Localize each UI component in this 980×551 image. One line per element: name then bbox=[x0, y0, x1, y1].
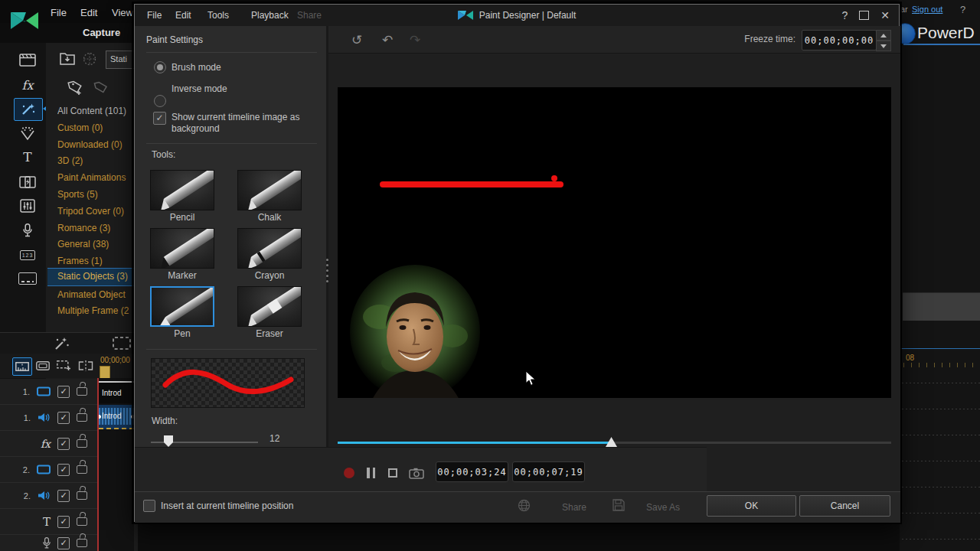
category-3d[interactable]: 3D (2) bbox=[57, 153, 134, 168]
category-paint-animations[interactable]: Paint Animations bbox=[57, 170, 134, 185]
timeline-playhead[interactable] bbox=[97, 378, 99, 551]
track-unlock-icon[interactable] bbox=[77, 413, 87, 422]
spin-down-icon[interactable] bbox=[876, 41, 891, 51]
app-help-icon[interactable]: ? bbox=[960, 4, 965, 15]
effect-room-icon[interactable]: fx bbox=[14, 74, 41, 96]
reset-icon[interactable]: ↺ bbox=[346, 30, 368, 50]
track-unlock-icon[interactable] bbox=[77, 439, 87, 448]
pip-objects-room-icon[interactable] bbox=[14, 98, 43, 121]
ok-button[interactable]: OK bbox=[707, 495, 796, 517]
pause-button[interactable] bbox=[367, 468, 375, 478]
divider bbox=[146, 52, 317, 53]
audio-clip-label: Introd bbox=[102, 412, 122, 420]
dialog-menu-share: Share bbox=[297, 10, 322, 21]
freeze-time-value[interactable]: 00;00;00;00 bbox=[802, 30, 877, 51]
category-sports[interactable]: Sports (5) bbox=[57, 187, 134, 202]
stop-button[interactable] bbox=[388, 468, 397, 478]
freeze-time-spinner[interactable] bbox=[876, 30, 891, 51]
preview-panel-edge bbox=[903, 292, 980, 321]
chapter-room-icon[interactable]: 123 bbox=[14, 244, 41, 266]
track-unlock-icon[interactable] bbox=[77, 387, 87, 396]
tool-chalk[interactable] bbox=[237, 170, 302, 210]
category-romance[interactable]: Romance (3) bbox=[57, 220, 134, 236]
category-tripod-cover[interactable]: Tripod Cover (0) bbox=[57, 204, 134, 219]
video-track-icon bbox=[37, 465, 51, 474]
category-custom[interactable]: Custom (0) bbox=[57, 120, 134, 135]
dialog-menu-file[interactable]: File bbox=[147, 10, 162, 21]
frame-select-icon[interactable] bbox=[113, 337, 131, 350]
tool-marker[interactable] bbox=[150, 228, 214, 269]
import-media-icon[interactable] bbox=[60, 52, 75, 65]
track-enable-checkbox[interactable]: ✓ bbox=[57, 438, 70, 450]
ruler-tick-label: 08 bbox=[906, 354, 914, 362]
close-button[interactable]: ✕ bbox=[880, 9, 890, 21]
category-static-objects[interactable]: Static Objects (3) bbox=[57, 269, 134, 284]
add-tag-icon[interactable] bbox=[67, 79, 84, 96]
sign-out-link[interactable]: Sign out bbox=[912, 5, 942, 14]
divider bbox=[146, 349, 317, 350]
track-enable-checkbox[interactable]: ✓ bbox=[57, 464, 70, 476]
dialog-menu-edit[interactable]: Edit bbox=[175, 10, 191, 21]
track-enable-checkbox[interactable]: ✓ bbox=[57, 516, 70, 528]
track-number: 1. bbox=[24, 413, 31, 422]
category-general[interactable]: General (38) bbox=[57, 236, 134, 252]
dialog-menu-playback[interactable]: Playback bbox=[251, 10, 289, 21]
category-all-content[interactable]: All Content (101) bbox=[57, 103, 134, 119]
track-unlock-icon[interactable] bbox=[77, 517, 87, 526]
spin-up-icon[interactable] bbox=[876, 30, 891, 41]
particle-room-icon[interactable] bbox=[14, 122, 41, 144]
media-room-icon[interactable] bbox=[14, 49, 41, 70]
track-number: 1. bbox=[23, 387, 30, 396]
category-downloaded[interactable]: Downloaded (0) bbox=[57, 137, 134, 152]
snapshot-camera-icon[interactable] bbox=[409, 468, 424, 479]
dialog-help-button[interactable]: ? bbox=[841, 9, 848, 21]
track-enable-checkbox[interactable]: ✓ bbox=[57, 412, 70, 424]
ruler-ticks bbox=[903, 363, 980, 367]
undo-icon[interactable]: ↶ bbox=[377, 30, 398, 50]
app-menu-view[interactable]: View bbox=[112, 7, 133, 18]
tool-pen-selected[interactable] bbox=[150, 286, 214, 327]
category-multiple-frame[interactable]: Multiple Frame (2 bbox=[57, 303, 134, 318]
title-room-icon[interactable]: T bbox=[14, 146, 41, 168]
tab-capture[interactable]: Capture bbox=[83, 27, 120, 38]
voice-over-room-icon[interactable] bbox=[14, 220, 41, 241]
current-timecode[interactable]: 00;00;03;24 bbox=[436, 461, 508, 482]
dialog-menu-tools[interactable]: Tools bbox=[207, 10, 229, 21]
track-enable-checkbox[interactable]: ✓ bbox=[57, 537, 70, 549]
track-enable-checkbox[interactable]: ✓ bbox=[57, 490, 70, 502]
paint-canvas[interactable] bbox=[338, 87, 891, 398]
app-menu-file[interactable]: File bbox=[51, 7, 67, 18]
tool-pencil[interactable] bbox=[150, 170, 214, 210]
category-animated-object[interactable]: Animated Object bbox=[57, 287, 134, 302]
audio-clip[interactable]: Introd bbox=[99, 405, 134, 429]
maximize-button[interactable] bbox=[859, 11, 869, 20]
tag-icon[interactable] bbox=[93, 80, 109, 95]
download-from-cloud-icon[interactable] bbox=[83, 52, 96, 66]
painted-red-dot bbox=[551, 175, 557, 181]
timeline-ruler-button[interactable] bbox=[12, 357, 32, 376]
audio-mixing-room-icon[interactable] bbox=[14, 195, 41, 217]
inverse-mode-radio[interactable] bbox=[154, 95, 166, 107]
tool-crayon[interactable] bbox=[237, 228, 302, 269]
category-frames[interactable]: Frames (1) bbox=[57, 253, 134, 269]
tool-eraser[interactable] bbox=[237, 286, 302, 327]
show-background-checkbox[interactable]: ✓ bbox=[153, 112, 166, 125]
cancel-button[interactable]: Cancel bbox=[799, 495, 890, 517]
insert-at-timeline-checkbox[interactable]: ✓ bbox=[143, 500, 155, 512]
track-enable-checkbox[interactable]: ✓ bbox=[57, 386, 70, 398]
add-track-button[interactable] bbox=[55, 357, 74, 374]
app-menu-edit[interactable]: Edit bbox=[80, 7, 97, 18]
timeline-marker-icon[interactable] bbox=[100, 366, 110, 379]
video-clip[interactable]: Introd bbox=[99, 381, 134, 403]
record-button[interactable] bbox=[344, 468, 354, 478]
split-clip-button[interactable] bbox=[77, 357, 95, 374]
track-unlock-icon[interactable] bbox=[77, 539, 87, 547]
stroke-preview-curve bbox=[152, 359, 304, 407]
magic-fix-icon[interactable] bbox=[54, 336, 70, 351]
brush-mode-radio[interactable] bbox=[154, 61, 166, 73]
track-unlock-icon[interactable] bbox=[77, 465, 87, 474]
track-unlock-icon[interactable] bbox=[77, 491, 87, 500]
transition-room-icon[interactable] bbox=[14, 171, 41, 193]
storyboard-view-button[interactable] bbox=[34, 357, 52, 374]
subtitle-room-icon[interactable] bbox=[14, 268, 41, 289]
